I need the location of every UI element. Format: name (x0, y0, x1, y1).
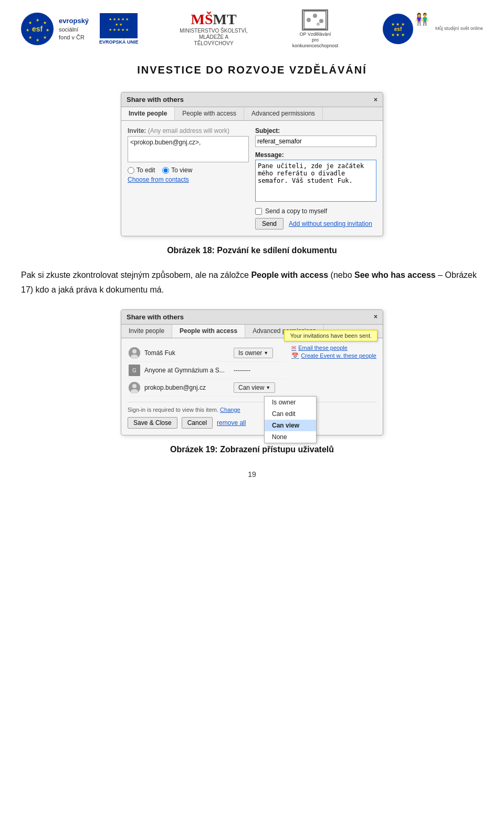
send-button[interactable]: Send (255, 218, 284, 230)
people-list-col: Tomáš Fuk Is owner ▼ G (128, 345, 286, 397)
svg-point-29 (132, 384, 136, 388)
msmt-text: MINISTERSTVO ŠKOLSTVÍ, MLÁDEŽE A TĚLOVÝC… (180, 28, 248, 47)
svg-text:★: ★ (26, 28, 29, 33)
dialog1-left-col: Invite: (Any email address will work) <p… (128, 127, 249, 230)
svg-text:★       ★: ★ ★ (115, 23, 122, 26)
svg-point-30 (131, 389, 138, 393)
email-these-people-link[interactable]: ✉ Email these people (291, 345, 376, 351)
person-name-tomas: Tomáš Fuk (144, 349, 234, 357)
svg-text:★: ★ (36, 38, 39, 43)
esf-circle-icon: ★ ★ ★ ★ ★ ★ ★ ★ esf (21, 13, 54, 45)
svg-text:★ ★ ★ ★ ★: ★ ★ ★ ★ ★ (109, 17, 129, 21)
op-text: OP Vzdělávání pro konkurenceschopnost (289, 32, 341, 48)
radio-row: To edit To view (128, 167, 249, 174)
dialog1-two-col: Invite: (Any email address will work) <p… (128, 127, 376, 230)
save-close-button[interactable]: Save & Close (128, 417, 177, 429)
invite-placeholder-text: (Any email address will work) (148, 127, 229, 134)
role-dropdown-tomas[interactable]: Is owner ▼ (234, 348, 273, 358)
dialog2-tab-invite[interactable]: Invite people (121, 325, 172, 338)
avatar-anyone: G (129, 365, 140, 376)
dropdown-item-owner[interactable]: Is owner (265, 397, 316, 408)
esf-right-circle-icon: ★ ★ ★ esf ★ ★ ★ (383, 14, 413, 44)
esf-brand-text: evropský sociální fond v ČR (59, 16, 89, 42)
invite-email-box[interactable]: <prokop.buben@gnj.cz>, (128, 136, 249, 162)
svg-text:★: ★ (46, 28, 49, 33)
eu-flag-icon: ★ ★ ★ ★ ★ ★ ★ ★ ★ ★ ★ ★ (100, 13, 138, 38)
svg-text:★: ★ (43, 35, 47, 40)
send-copy-label: Send a copy to myself (265, 207, 327, 215)
add-without-sending-link[interactable]: Add without sending invitation (289, 220, 372, 227)
table-row: Tomáš Fuk Is owner ▼ (128, 345, 286, 362)
svg-point-24 (132, 349, 136, 353)
message-label: Message: (255, 151, 376, 159)
avatar-prokop (129, 382, 140, 393)
dialog2-title: Share with others (127, 313, 184, 321)
dialog2-tab-people[interactable]: People with access (172, 325, 245, 338)
dialog1-close-button[interactable]: × (374, 96, 377, 103)
dialog1: Share with others × Invite people People… (121, 92, 383, 236)
message-textarea[interactable]: Pane učiteli, zde je začátek mého referá… (255, 160, 376, 202)
radio-to-view-input[interactable] (162, 167, 169, 174)
dialog2: Share with others × Invite people People… (121, 309, 383, 435)
create-event-link[interactable]: 📅 Create Event w. these people (291, 352, 376, 359)
esf-right-text: Můj studijní svět online (435, 26, 483, 32)
tab-advanced-permissions[interactable]: Advanced permissions (244, 107, 323, 120)
radio-to-edit[interactable]: To edit (128, 167, 155, 174)
notification-bubble: Your invitations have been sent. (284, 330, 377, 341)
radio-to-view[interactable]: To view (162, 167, 192, 174)
action-links-col: ✉ Email these people 📅 Create Event w. t… (291, 345, 376, 397)
dialog1-body: Invite: (Any email address will work) <p… (121, 121, 383, 236)
msmt-logo: MŠMT MINISTERSTVO ŠKOLSTVÍ, MLÁDEŽE A TĚ… (180, 11, 248, 47)
change-link[interactable]: Change (220, 407, 240, 413)
bold-see-who-has-access: See who has access (354, 271, 436, 279)
svg-point-18 (317, 23, 320, 26)
op-icon (302, 9, 328, 30)
choose-contacts-link[interactable]: Choose from contacts (128, 176, 249, 183)
svg-point-16 (313, 14, 317, 18)
svg-text:esf: esf (32, 25, 43, 33)
dropdown-item-none[interactable]: None (265, 431, 316, 443)
email-icon: ✉ (291, 345, 296, 351)
dialog1-titlebar: Share with others × (121, 92, 383, 107)
invite-email-value: <prokop.buben@gnj.cz>, (130, 139, 201, 146)
dialog1-title: Share with others (127, 96, 184, 103)
dropdown-item-edit[interactable]: Can edit (265, 408, 316, 420)
dialog1-right-col: Subject: Message: Pane učiteli, zde je z… (255, 127, 376, 230)
svg-text:★ ★ ★ ★ ★: ★ ★ ★ ★ ★ (109, 28, 129, 32)
table-row: G Anyone at Gymnázium a S... -------- (128, 362, 286, 379)
body-text: Pak si zkuste zkontrolovat stejným způso… (21, 268, 483, 296)
remove-all-link[interactable]: remove all (217, 419, 246, 427)
send-copy-checkbox[interactable] (255, 208, 262, 215)
dropdown-item-view[interactable]: Can view (265, 420, 316, 431)
svg-point-25 (131, 355, 138, 359)
send-copy-row: Send a copy to myself (255, 207, 376, 215)
tab-people-with-access[interactable]: People with access (175, 107, 244, 120)
caption2: Obrázek 19: Zobrazení přístupu uživatelů (21, 445, 483, 454)
invite-label: Invite: (Any email address will work) (128, 127, 249, 134)
page-container: ★ ★ ★ ★ ★ ★ ★ ★ esf evropský sociální fo… (0, 0, 504, 500)
role-dropdown-prokop[interactable]: Can view ▼ (234, 382, 275, 393)
svg-text:esf: esf (394, 26, 402, 32)
tab-invite-people[interactable]: Invite people (121, 107, 175, 120)
cancel-button[interactable]: Cancel (182, 417, 213, 429)
send-row: Send Add without sending invitation (255, 218, 376, 230)
dialog2-titlebar: Share with others × (121, 310, 383, 325)
bold-people-with-access: People with access (251, 271, 328, 279)
page-title: INVESTICE DO ROZVOJE VZDĚLÁVÁNÍ (21, 64, 483, 76)
sign-in-note: Sign-in is required to view this item. C… (128, 402, 376, 413)
person-role-anyone: -------- (234, 367, 281, 374)
dropdown-arrow-prokop: ▼ (266, 385, 270, 390)
person-name-prokop: prokop.buben@gnj.cz (144, 384, 234, 391)
op-logo: OP Vzdělávání pro konkurenceschopnost (289, 9, 341, 48)
dialog2-container: Share with others × Invite people People… (21, 309, 483, 435)
caption1: Obrázek 18: Pozvání ke sdílení dokumentu (21, 246, 483, 255)
eu-text: EVROPSKÁ UNIE (99, 39, 139, 45)
radio-to-edit-input[interactable] (128, 167, 134, 174)
dialog2-close-button[interactable]: × (374, 313, 377, 320)
subject-input[interactable] (255, 136, 376, 147)
table-row: prokop.buben@gnj.cz Can view ▼ Is owner … (128, 379, 286, 397)
dialog2-content: Tomáš Fuk Is owner ▼ G (128, 345, 376, 397)
radio-to-view-label: To view (171, 167, 192, 174)
page-number: 19 (21, 470, 483, 479)
svg-point-15 (307, 18, 311, 22)
